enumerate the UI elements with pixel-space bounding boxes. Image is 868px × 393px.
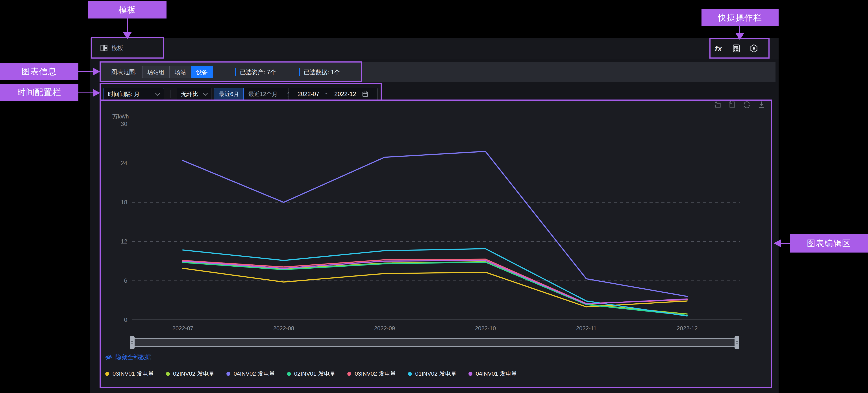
selected-data: 已选数据: 1个 — [299, 68, 340, 76]
y-tick-label: 0 — [124, 317, 127, 323]
top-bar — [90, 38, 779, 59]
callout-time-config-arrowhead — [93, 89, 100, 97]
calendar-icon — [362, 91, 369, 97]
y-tick-label: 18 — [121, 199, 127, 206]
callout-chart-editor-arrowhead — [774, 239, 781, 247]
accent-bar — [299, 68, 300, 76]
series-line-02INV01-发电量 — [183, 262, 687, 316]
compare-value: 无环比 — [181, 90, 198, 98]
calculator-icon[interactable] — [732, 44, 741, 53]
y-tick-label: 30 — [121, 121, 127, 127]
scope-option-0[interactable]: 场站组 — [142, 66, 170, 78]
series-line-04INV02-发电量 — [183, 152, 687, 297]
series-line-04INV01-发电量 — [183, 260, 687, 304]
scope-option-2[interactable]: 设备 — [191, 66, 213, 78]
x-tick-label: 2022-09 — [374, 325, 395, 332]
scope-label: 图表范围: — [111, 68, 137, 76]
date-separator: ~ — [325, 91, 329, 98]
line-chart: 0612182430万kWh2022-072022-082022-092022-… — [99, 100, 771, 388]
quick-action-bar: fx — [714, 42, 758, 55]
x-tick-label: 2022-11 — [576, 325, 597, 332]
callout-template-arrow-line — [127, 19, 128, 32]
callout-chart-info-label: 图表信息 — [0, 63, 79, 80]
series-line-03INV01-发电量 — [183, 268, 687, 307]
chevron-down-icon — [155, 91, 160, 96]
callout-time-config-arrow-line — [79, 93, 93, 93]
callout-quick-actions-arrowhead — [736, 33, 744, 40]
formula-icon[interactable]: fx — [714, 44, 723, 53]
compare-select[interactable]: 无环比 — [177, 88, 211, 100]
x-tick-label: 2022-07 — [172, 325, 193, 332]
interval-select[interactable]: 时间间隔: 月 — [103, 88, 164, 100]
x-tick-label: 2022-12 — [677, 325, 698, 332]
x-tick-label: 2022-10 — [475, 325, 496, 332]
y-axis-unit: 万kWh — [112, 113, 129, 120]
callout-chart-editor-label: 图表编辑区 — [790, 234, 868, 253]
callout-template-arrowhead — [123, 32, 132, 39]
selected-assets: 已选资产: 7个 — [235, 68, 276, 76]
callout-quick-actions-arrow-line — [739, 26, 740, 33]
range-option-0[interactable]: 最近6月 — [214, 88, 244, 100]
selected-data-text: 已选数据: 1个 — [304, 68, 340, 76]
callout-chart-editor-arrow-line — [781, 243, 790, 244]
series-line-02INV02-发电量 — [183, 262, 687, 314]
range-option-1[interactable]: 最近12个月 — [244, 88, 282, 100]
interval-value: 时间间隔: 月 — [108, 90, 140, 98]
callout-quick-actions-label: 快捷操作栏 — [702, 9, 779, 26]
settings-icon[interactable] — [749, 44, 758, 53]
y-tick-label: 6 — [124, 277, 127, 284]
series-line-03INV02-发电量 — [183, 259, 687, 304]
selected-assets-text: 已选资产: 7个 — [240, 68, 276, 76]
date-range-picker[interactable]: 2022-07 ~ 2022-12 — [288, 88, 377, 100]
scope-option-1[interactable]: 场站 — [170, 66, 191, 78]
callout-chart-info-arrow-line — [79, 71, 93, 72]
template-menu[interactable]: 模板 — [100, 41, 123, 55]
date-start: 2022-07 — [298, 91, 319, 98]
x-tick-label: 2022-08 — [273, 325, 294, 332]
date-end: 2022-12 — [334, 91, 356, 98]
callout-time-config-label: 时间配置栏 — [0, 84, 79, 101]
chevron-down-icon — [203, 91, 208, 96]
divider — [170, 90, 170, 98]
scope-button-group: 场站组场站设备 — [142, 66, 213, 78]
y-tick-label: 12 — [121, 238, 127, 245]
template-label: 模板 — [112, 44, 123, 52]
accent-bar — [235, 68, 236, 76]
template-icon — [100, 44, 108, 52]
y-tick-label: 24 — [121, 160, 127, 166]
callout-chart-info-arrowhead — [93, 68, 100, 75]
callout-template-label: 模板 — [88, 1, 166, 19]
